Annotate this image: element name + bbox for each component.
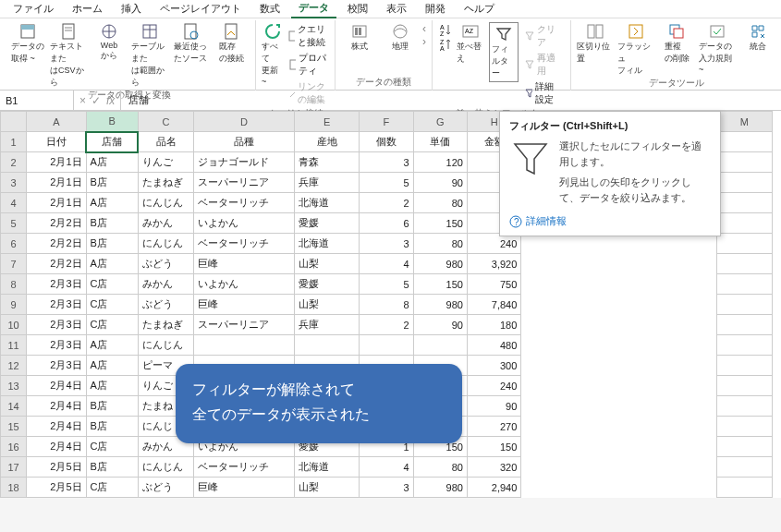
data-validation-button[interactable]: データの 入力規則~: [699, 22, 736, 74]
tab-formulas[interactable]: 数式: [252, 0, 287, 18]
svg-text:Z: Z: [440, 30, 445, 37]
svg-text:A: A: [440, 45, 445, 52]
tab-pagelayout[interactable]: ページレイアウト: [153, 0, 249, 18]
svg-text:?: ?: [514, 217, 519, 227]
remove-duplicates-button[interactable]: 重複 の削除: [658, 22, 695, 65]
tab-file[interactable]: ファイル: [6, 0, 61, 18]
existing-connections-button[interactable]: 既存 の接続: [213, 22, 250, 65]
properties-button[interactable]: プロパティ: [287, 51, 329, 79]
svg-text:A: A: [440, 24, 445, 30]
ribbon-group-get-transform: データの 取得 ~ テキストまた はCSVから Web から テーブルまた は範…: [4, 20, 256, 91]
sort-desc-icon[interactable]: ZA: [438, 37, 453, 52]
svg-rect-12: [289, 31, 294, 41]
callout-line1: フィルターが解除されて: [192, 377, 445, 402]
table-row[interactable]: 102月3日C店たまねぎスーパーリニア兵庫290180: [1, 315, 773, 335]
consolidate-button[interactable]: 統合: [739, 22, 776, 53]
geography-button[interactable]: 地理: [382, 22, 419, 53]
clear-filter-button[interactable]: クリア: [522, 22, 565, 50]
svg-rect-25: [596, 25, 603, 38]
tooltip-line2: 列見出しの矢印をクリックして、データを絞り込みます。: [559, 175, 711, 205]
ribbon-group-datatypes: 株式 地理 ‹› データの種類: [336, 20, 433, 91]
table-row[interactable]: 172月5日B店にんじんベーターリッチ北海道480320: [1, 457, 773, 478]
formula-bar[interactable]: 店舗: [121, 93, 781, 107]
tooltip-line1: 選択したセルにフィルターを適用します。: [559, 139, 711, 169]
tab-developer[interactable]: 開発: [418, 0, 453, 18]
menu-bar: ファイル ホーム 挿入 ページレイアウト 数式 データ 校閲 表示 開発 ヘルプ: [0, 0, 781, 18]
ribbon-group-label: データの種類: [356, 76, 411, 91]
formula-bar-row: B1 × ✓ fx 店舗: [0, 91, 781, 111]
from-table-range-button[interactable]: テーブルまた は範囲から: [131, 22, 168, 89]
ribbon-group-queries: すべて 更新 ~ クエリと接続 プロパティ リンクの編集 クエリと接続: [256, 20, 336, 91]
filter-tooltip: フィルター (Ctrl+Shift+L) 選択したセルにフィルターを適用します。…: [499, 111, 721, 236]
svg-rect-15: [355, 28, 358, 35]
tab-insert[interactable]: 挿入: [114, 0, 149, 18]
fx-icon[interactable]: fx: [106, 94, 115, 107]
svg-point-17: [394, 25, 407, 38]
sort-button[interactable]: AZ並べ替え: [457, 22, 485, 65]
table-row[interactable]: 112月3日A店にんじん480: [1, 335, 773, 356]
funnel-icon: [509, 139, 552, 181]
filter-button[interactable]: フィルター: [489, 22, 519, 82]
tooltip-more-info-link[interactable]: ? 詳細情報: [509, 214, 711, 228]
svg-text:AZ: AZ: [465, 28, 474, 34]
tab-view[interactable]: 表示: [379, 0, 414, 18]
svg-rect-24: [588, 25, 594, 38]
svg-rect-13: [290, 60, 296, 69]
svg-rect-29: [711, 26, 724, 37]
name-box[interactable]: B1: [0, 91, 74, 110]
table-row[interactable]: 182月5日C店ぶどう巨峰山梨39802,940: [1, 478, 773, 498]
tab-data[interactable]: データ: [291, 0, 336, 18]
enter-icon[interactable]: ✓: [92, 94, 101, 107]
from-text-csv-button[interactable]: テキストまた はCSVから: [50, 22, 87, 89]
formula-bar-buttons: × ✓ fx: [74, 91, 121, 110]
flash-fill-button[interactable]: フラッシュ フィル: [617, 22, 654, 77]
callout-line2: 全てのデータが表示された: [192, 402, 445, 427]
svg-rect-16: [359, 28, 361, 35]
svg-rect-1: [21, 25, 34, 30]
tab-help[interactable]: ヘルプ: [457, 0, 502, 18]
table-row[interactable]: 82月3日C店みかんいよかん愛媛5150750: [1, 274, 773, 295]
text-to-columns-button[interactable]: 区切り位置: [577, 22, 614, 65]
tab-review[interactable]: 校閲: [340, 0, 375, 18]
tab-home[interactable]: ホーム: [65, 0, 110, 18]
reapply-button[interactable]: 再適用: [522, 51, 565, 79]
ribbon-group-sort-filter: AZ ZA AZ並べ替え フィルター クリア 再適用 詳細設定 並べ替えとフィル…: [433, 20, 571, 91]
svg-rect-2: [63, 24, 74, 39]
svg-text:Z: Z: [440, 39, 445, 45]
tooltip-title: フィルター (Ctrl+Shift+L): [509, 119, 711, 133]
queries-connections-button[interactable]: クエリと接続: [287, 22, 329, 50]
table-row[interactable]: 72月2日A店ぶどう巨峰山梨49803,920: [1, 254, 773, 274]
svg-rect-28: [674, 29, 683, 38]
recent-sources-button[interactable]: 最近使っ たソース: [172, 22, 209, 65]
from-web-button[interactable]: Web から: [91, 22, 128, 62]
stocks-button[interactable]: 株式: [341, 22, 378, 53]
sheet-area: ABC DEFG HM 1日付店舗品名品種産地個数単価金額22月1日A店りんごジ…: [0, 111, 781, 498]
table-row[interactable]: 92月3日C店ぶどう巨峰山梨89807,840: [1, 295, 773, 315]
sort-asc-icon[interactable]: AZ: [438, 22, 453, 37]
annotation-callout: フィルターが解除されて 全てのデータが表示された: [176, 364, 462, 443]
get-data-button[interactable]: データの 取得 ~: [9, 22, 46, 65]
svg-rect-26: [629, 25, 642, 38]
ribbon: データの 取得 ~ テキストまた はCSVから Web から テーブルまた は範…: [0, 18, 781, 91]
ribbon-group-data-tools: 区切り位置 フラッシュ フィル 重複 の削除 データの 入力規則~ 統合 データ…: [571, 20, 781, 91]
ribbon-group-label: データツール: [649, 77, 704, 91]
cancel-icon[interactable]: ×: [79, 94, 86, 107]
refresh-all-button[interactable]: すべて 更新 ~: [262, 22, 283, 86]
